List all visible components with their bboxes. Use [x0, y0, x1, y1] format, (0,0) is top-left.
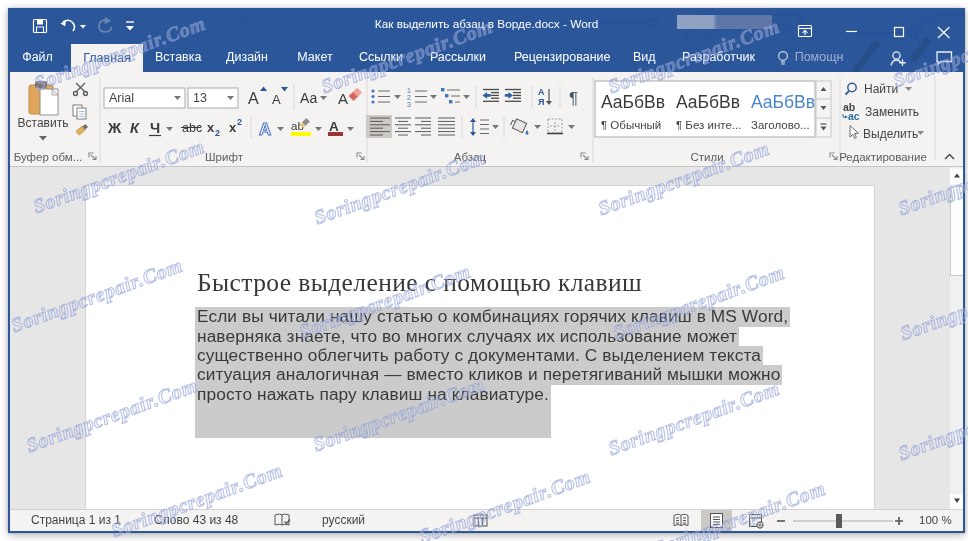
svg-text:АаБбВв: АаБбВв: [751, 92, 815, 112]
svg-text:Ч: Ч: [150, 120, 160, 136]
svg-text:Буфер обм...: Буфер обм...: [14, 151, 83, 163]
svg-text:АаБбВв: АаБбВв: [676, 92, 740, 112]
svg-text:x: x: [229, 120, 237, 135]
svg-text:x: x: [207, 120, 215, 135]
svg-text:Редактирование: Редактирование: [839, 151, 927, 163]
svg-text:3: 3: [407, 101, 411, 108]
svg-text:1: 1: [407, 87, 411, 94]
svg-text:А: А: [259, 120, 271, 139]
svg-text:А: А: [538, 87, 545, 97]
svg-text:Выделить: Выделить: [863, 127, 918, 141]
svg-text:Arial: Arial: [109, 91, 134, 105]
svg-text:Аа: Аа: [300, 90, 317, 106]
svg-text:А: А: [272, 92, 281, 107]
svg-text:К: К: [130, 120, 140, 136]
svg-text:А: А: [338, 90, 348, 107]
svg-text:¶ Без инте...: ¶ Без инте...: [676, 119, 741, 131]
svg-text:АаБбВв: АаБбВв: [601, 92, 665, 112]
svg-text:Вставить: Вставить: [18, 116, 69, 130]
svg-text:А: А: [329, 119, 339, 134]
svg-text:Заменить: Заменить: [865, 105, 919, 119]
svg-text:¶ Обычный: ¶ Обычный: [601, 119, 661, 131]
svg-text:2: 2: [407, 94, 411, 101]
svg-text:А: А: [248, 90, 259, 107]
svg-text:2: 2: [215, 128, 220, 138]
svg-text:Абзац: Абзац: [454, 151, 487, 163]
svg-text:Заголово...: Заголово...: [751, 119, 810, 131]
svg-text:Я: Я: [538, 97, 544, 107]
svg-text:Шрифт: Шрифт: [205, 151, 244, 163]
svg-text:2: 2: [237, 117, 242, 127]
svg-text:¶: ¶: [569, 89, 578, 108]
svg-text:Ж: Ж: [107, 120, 122, 136]
svg-text:ac: ac: [848, 110, 860, 122]
svg-text:13: 13: [193, 91, 207, 105]
svg-text:Стили: Стили: [690, 151, 723, 163]
svg-text:Найти: Найти: [864, 82, 898, 96]
